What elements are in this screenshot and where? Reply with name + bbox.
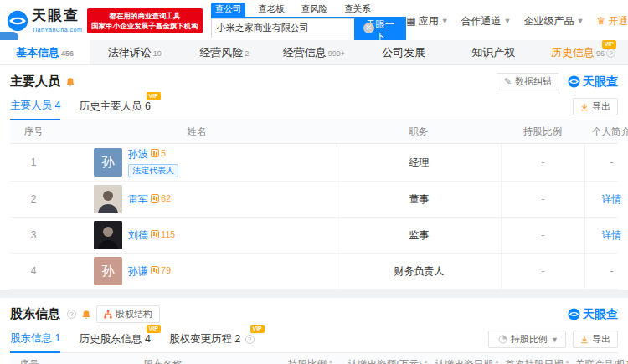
- person-name-link[interactable]: 雷军: [128, 193, 148, 205]
- section-divider: [0, 290, 628, 298]
- search-input[interactable]: [211, 18, 354, 38]
- chart-icon: [151, 194, 159, 203]
- avatar[interactable]: [94, 221, 122, 249]
- clear-icon[interactable]: ✕: [363, 23, 374, 33]
- tab-operation-info[interactable]: 经营信息999+: [269, 40, 358, 64]
- ratio-cell: -: [501, 218, 584, 253]
- search-tabs: 查公司 查老板 查风险 查关系: [211, 3, 407, 18]
- tianyancha-logo-icon: [7, 10, 28, 32]
- menu-open-vip[interactable]: ♛ 开通会员 ▼: [596, 14, 628, 28]
- avatar[interactable]: 孙: [94, 148, 122, 177]
- tianyancha-watermark: 天眼查: [568, 307, 618, 322]
- help-icon: ?: [245, 335, 255, 344]
- search-button[interactable]: 天眼一下: [354, 18, 407, 40]
- crown-icon: ♛: [596, 15, 605, 27]
- equity-structure-button[interactable]: 股权结构: [96, 305, 160, 323]
- search-tab-boss[interactable]: 查老板: [254, 3, 289, 17]
- export-button[interactable]: 导出: [573, 331, 618, 348]
- monitor-bell-icon[interactable]: [65, 77, 75, 87]
- table-row: 3 刘德 115 监事 - 详情: [10, 218, 618, 254]
- sort-icon: ▲▼: [328, 360, 333, 364]
- header-menu: ▦ 应用 ▼ 合作通道 ▼ 企业级产品 ▼ ♛ 开通会员 ▼ 费米 ▼: [406, 14, 628, 28]
- promo-banner[interactable]: 都在用的商业查询工具 国家中小企业发展子基金旗下机构: [87, 8, 203, 34]
- tab-operation-risk[interactable]: 经营风险2: [179, 40, 269, 64]
- relations-badge[interactable]: 5: [151, 148, 166, 158]
- chart-icon: [151, 149, 159, 157]
- table-row: 1 孙 孙波 5 法定代表人 经理 - -: [10, 144, 618, 182]
- tianyancha-logo[interactable]: 天眼查 TianYanCha.com: [7, 8, 82, 34]
- brand-name: 天眼查: [32, 8, 82, 23]
- search-tab-company[interactable]: 查公司: [211, 3, 246, 17]
- relations-badge[interactable]: 79: [151, 265, 171, 275]
- shareholder-section-title: 股东信息: [10, 306, 60, 322]
- subtab-history-personnel[interactable]: VIP 历史主要人员 6: [79, 100, 150, 120]
- menu-apps[interactable]: ▦ 应用 ▼: [406, 14, 448, 28]
- tab-history-info[interactable]: VIP 历史信息96?: [538, 40, 628, 64]
- shareholder-section: 股东信息 ? 股权结构 天眼查 股东信息 1 VIP 历史股东信息: [0, 298, 628, 364]
- profile-detail-link[interactable]: 详情: [602, 192, 622, 207]
- sort-icon: ▲▼: [565, 360, 570, 364]
- relations-badge[interactable]: 62: [151, 193, 171, 203]
- position-cell: 财务负责人: [337, 254, 501, 289]
- data-correction-button[interactable]: ✎ 数据纠错: [497, 73, 559, 90]
- ratio-cell: -: [501, 144, 584, 181]
- menu-cooperation[interactable]: 合作通道 ▼: [461, 14, 512, 28]
- tab-basic-info[interactable]: 基本信息456: [0, 40, 90, 64]
- ratio-cell: -: [501, 254, 584, 289]
- export-button[interactable]: 导出: [573, 98, 618, 115]
- help-icon: ?: [67, 310, 76, 319]
- company-nav-tabs: 基本信息456 法律诉讼10 经营风险2 经营信息999+ 公司发展 知识产权 …: [0, 40, 628, 65]
- promo-line1: 都在用的商业查询工具: [91, 11, 198, 21]
- top-header: 天眼查 TianYanCha.com 都在用的商业查询工具 国家中小企业发展子基…: [0, 0, 628, 40]
- position-cell: 董事: [337, 182, 501, 217]
- chart-icon: [151, 266, 159, 274]
- position-cell: 经理: [337, 144, 501, 181]
- person-name-link[interactable]: 孙谦: [128, 265, 148, 277]
- tab-legal-litigation[interactable]: 法律诉讼10: [90, 40, 179, 64]
- ratio-filter-dropdown[interactable]: 持股比例 ▼: [488, 331, 566, 348]
- profile-cell: -: [584, 254, 628, 289]
- tab-intellectual-property[interactable]: 知识产权: [449, 40, 538, 64]
- search-tab-risk[interactable]: 查风险: [297, 3, 332, 17]
- subtab-equity-change-history[interactable]: VIP 股权变更历程 2 ?: [169, 332, 255, 352]
- subtab-current-personnel[interactable]: 主要人员 4: [10, 99, 60, 120]
- person-name-link[interactable]: 孙波: [128, 148, 148, 160]
- ratio-cell: -: [501, 182, 584, 217]
- person-name-link[interactable]: 刘德: [128, 229, 148, 241]
- download-icon: [580, 336, 589, 344]
- search-tab-relation[interactable]: 查关系: [340, 3, 375, 17]
- pie-icon: [498, 335, 507, 344]
- sortable-column[interactable]: 认缴出资额(万元)▲▼: [344, 353, 432, 364]
- chevron-down-icon: ▼: [504, 17, 512, 25]
- sortable-column[interactable]: 认缴出资日期▲▼: [432, 353, 502, 364]
- help-icon: ?: [606, 49, 615, 58]
- sortable-column[interactable]: 持股比例▲▼: [277, 353, 344, 364]
- person-photo: [94, 185, 122, 213]
- subtab-current-shareholders[interactable]: 股东信息 1: [10, 331, 60, 353]
- table-row: 2 雷军 62 董事 - 详情: [10, 182, 618, 218]
- avatar[interactable]: 孙: [94, 257, 122, 285]
- menu-enterprise-products[interactable]: 企业级产品 ▼: [524, 14, 584, 28]
- subtab-history-shareholders[interactable]: VIP 历史股东信息 4: [79, 332, 150, 352]
- sortable-column[interactable]: 首次持股日期▲▼: [502, 353, 573, 364]
- grid-icon: ▦: [406, 15, 415, 27]
- legal-rep-tag: 法定代表人: [128, 164, 178, 177]
- search-area: 查公司 查老板 查风险 查关系 ✕ 天眼一下: [211, 3, 407, 40]
- monitor-bell-icon[interactable]: [81, 310, 91, 320]
- chevron-down-icon: ▼: [551, 336, 559, 344]
- personnel-table-header: 序号 姓名 职务 持股比例 个人简介: [10, 120, 618, 144]
- edit-icon: ✎: [504, 76, 512, 87]
- person-photo: [94, 221, 122, 249]
- chevron-down-icon: ▼: [577, 17, 584, 25]
- vip-badge: VIP: [602, 40, 616, 49]
- avatar[interactable]: [94, 185, 122, 213]
- brand-domain: TianYanCha.com: [32, 27, 82, 33]
- table-row: 4 孙 孙谦 79 财务负责人 - -: [10, 254, 618, 290]
- sort-icon: ▲▼: [424, 360, 429, 364]
- vip-badge: VIP: [147, 92, 161, 100]
- tianyancha-watermark: 天眼查: [568, 74, 618, 90]
- relations-badge[interactable]: 115: [151, 229, 175, 239]
- sort-icon: ▲▼: [495, 360, 500, 364]
- tab-company-development[interactable]: 公司发展: [359, 40, 449, 64]
- profile-detail-link[interactable]: 详情: [602, 228, 622, 243]
